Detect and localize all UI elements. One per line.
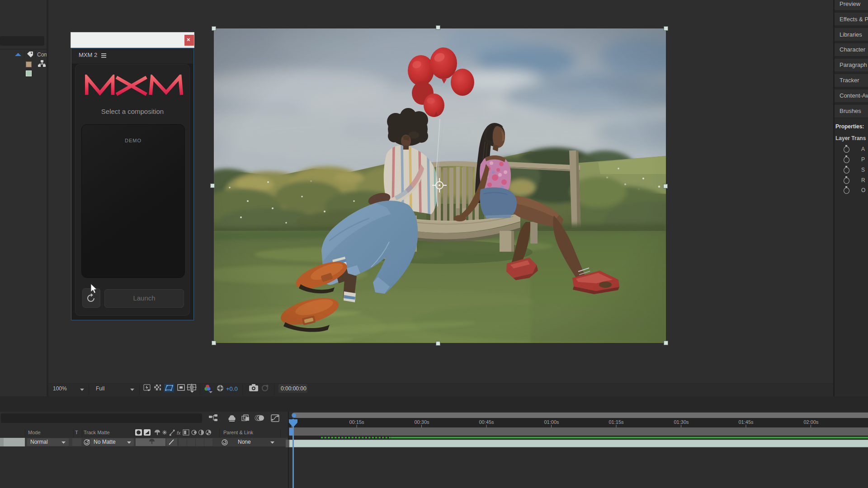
svg-text:fx: fx <box>177 430 181 436</box>
